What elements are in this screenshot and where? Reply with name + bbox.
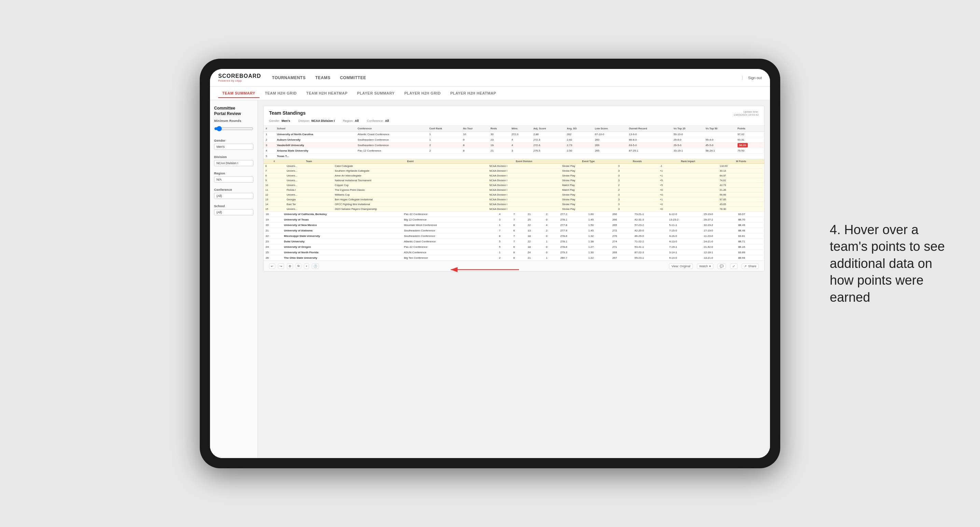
cell-vs50: [703, 132, 735, 137]
minimum-rounds-slider[interactable]: [214, 125, 253, 133]
table-row[interactable]: 2 Auburn University Southeastern Confere…: [264, 137, 764, 143]
cell-points[interactable]: 90.20: [735, 143, 764, 148]
table-row[interactable]: 25 University of North Florida ASUN Conf…: [264, 250, 764, 255]
copy-button[interactable]: ⧉: [296, 263, 301, 269]
cell-points[interactable]: 83.81: [736, 233, 764, 239]
sub-nav-team-h2h-heatmap[interactable]: TEAM H2H HEATMAP: [302, 89, 352, 98]
gender-select[interactable]: Men's: [214, 144, 253, 150]
cell-overall: 71-22-2: [632, 239, 667, 244]
cell-avg-sg: 2.82: [565, 137, 593, 143]
school-select[interactable]: (All): [214, 209, 253, 215]
cell-conference: Southeastern Conference: [402, 233, 497, 239]
undo-button[interactable]: ↩: [269, 264, 275, 269]
cell-points[interactable]: 88.49: [736, 222, 764, 228]
division-select[interactable]: NCAA Division I: [214, 160, 253, 166]
cell-points[interactable]: 93.31: [735, 137, 764, 143]
comment-button[interactable]: 💬: [718, 264, 726, 269]
tooltip-col-team: Team: [285, 159, 333, 164]
cell-points[interactable]: 88.70: [736, 217, 764, 222]
nav-item-teams[interactable]: TEAMS: [315, 74, 331, 82]
tooltip-cell-event: Copper Cup: [333, 183, 488, 188]
cell-points[interactable]: 89.94: [736, 255, 764, 261]
sub-nav-team-summary[interactable]: TEAM SUMMARY: [218, 89, 259, 98]
cell-vs50: 21-32-0: [702, 244, 736, 250]
table-row[interactable]: 1 University of North Carolina Atlantic …: [264, 132, 764, 137]
cell-wins: 3: [509, 148, 531, 154]
cell-points[interactable]: 83.07: [736, 212, 764, 217]
tooltip-row: 15 Univers... 2023 Sahalee Players Champ…: [264, 207, 764, 212]
cell-conference: Southeastern Conference: [402, 228, 497, 233]
tooltip-cell-team: Univers...: [285, 173, 333, 178]
table-row[interactable]: 3 Vanderbilt University Southeastern Con…: [264, 143, 764, 148]
table-row[interactable]: 18 University of California, Berkeley Pa…: [264, 212, 764, 217]
sign-out-button[interactable]: Sign out: [742, 76, 762, 80]
cell-points[interactable]: 88.71: [736, 239, 764, 244]
cell-no-tour: 10: [461, 132, 488, 137]
view-button[interactable]: View: Original: [669, 264, 692, 269]
nav-item-committee[interactable]: COMMITTEE: [340, 74, 366, 82]
tooltip-cell-points: 56.66: [718, 192, 765, 197]
tooltip-cell-points: 84.97: [718, 173, 765, 178]
cell-points[interactable]: 88.16: [736, 244, 764, 250]
table-row[interactable]: 20 University of New Mexico Mountain Wes…: [264, 222, 764, 228]
cell-vs25: 29-5-0: [671, 143, 703, 148]
cell-low-score: 272: [610, 228, 632, 233]
cell-points[interactable]: 97.02: [735, 132, 764, 137]
cell-rank: 18: [264, 212, 282, 217]
redo-button[interactable]: ↪: [278, 264, 284, 269]
cell-conf-rank: 5: [497, 244, 511, 250]
tooltip-cell-type: Stroke Play: [560, 197, 616, 202]
logo-title: SCOREBOARD: [218, 73, 261, 79]
cell-avg-sg: 1.32: [586, 233, 611, 239]
sub-nav-player-summary[interactable]: PLAYER SUMMARY: [353, 89, 399, 98]
add-button[interactable]: +: [304, 264, 309, 269]
region-select[interactable]: N/A: [214, 176, 253, 183]
view-label: View: Original: [671, 265, 690, 268]
settings-button[interactable]: ⚙: [287, 264, 293, 269]
col-conf-rank: Conf Rank: [427, 125, 461, 132]
tooltip-cell-rank: +5: [658, 183, 718, 188]
tooltip-cell-points: 74.81: [718, 178, 765, 183]
share-button[interactable]: ↗ Share: [742, 264, 759, 269]
table-row[interactable]: 5 Texas T...: [264, 154, 764, 159]
table-row[interactable]: 24 University of Oregon Pac-12 Conferenc…: [264, 244, 764, 250]
watch-button[interactable]: Watch ▾: [697, 264, 713, 269]
cell-avg-sg: 1.38: [586, 239, 611, 244]
clock-button[interactable]: 🕐: [312, 264, 319, 269]
cell-overall: 13-9-0: [627, 132, 672, 137]
cell-conf-rank: 2: [427, 148, 461, 154]
cell-wins: 0: [544, 217, 558, 222]
cell-vs25: 9-14-0: [667, 255, 702, 261]
tooltip-row: 11 Florida I The Cypress Point Classic N…: [264, 188, 764, 192]
sub-nav-player-h2h-heatmap[interactable]: PLAYER H2H HEATMAP: [446, 89, 500, 98]
nav-item-tournaments[interactable]: TOURNAMENTS: [272, 74, 306, 82]
table-row[interactable]: 21 University of Alabama Southeastern Co…: [264, 228, 764, 233]
cell-points[interactable]: 79.50: [735, 148, 764, 154]
cell-conf-rank: 3: [497, 217, 511, 222]
cell-vs25: 13-23-2: [667, 217, 702, 222]
table-row[interactable]: 22 Mississippi State University Southeas…: [264, 233, 764, 239]
annotation: 4. Hover over a team's points to see add…: [830, 222, 959, 306]
top-nav: SCOREBOARD Powered by clipp TOURNAMENTS …: [210, 69, 770, 87]
table-row[interactable]: 23 Duke University Atlantic Coast Confer…: [264, 239, 764, 244]
cell-points[interactable]: [735, 154, 764, 159]
cell-vs25: 6-12-0: [667, 212, 702, 217]
cell-points[interactable]: 83.89: [736, 250, 764, 255]
expand-button[interactable]: ⤢: [730, 264, 738, 269]
cell-school: University of North Florida: [282, 250, 402, 255]
tooltip-cell-type: Match Play: [560, 188, 616, 192]
tooltip-row: 8 Univers... Amer Ari Intercollegiate NC…: [264, 173, 764, 178]
sub-nav-team-h2h-grid[interactable]: TEAM H2H GRID: [261, 89, 301, 98]
conference-select[interactable]: (All): [214, 193, 253, 199]
cell-rnds: 18: [525, 244, 544, 250]
tooltip-cell-division: NCAA Division I: [488, 168, 560, 173]
table-row[interactable]: 19 University of Texas Big 12 Conference…: [264, 217, 764, 222]
cell-avg-sg: 262: [565, 132, 593, 137]
cell-points[interactable]: 88.48: [736, 228, 764, 233]
col-vs25: Vs Top 25: [671, 125, 703, 132]
cell-conf-rank: 4: [497, 212, 511, 217]
cell-overall: 46-29-0: [632, 233, 667, 239]
cell-low-score: 267: [610, 255, 632, 261]
table-row[interactable]: 4 Arizona State University Pac-12 Confer…: [264, 148, 764, 154]
sub-nav-player-h2h-grid[interactable]: PLAYER H2H GRID: [400, 89, 445, 98]
